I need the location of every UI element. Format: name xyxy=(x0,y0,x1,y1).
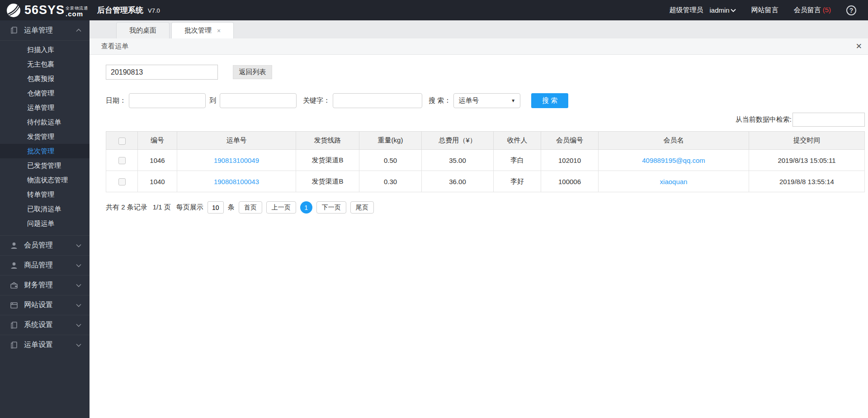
col-header-route: 发货线路 xyxy=(296,132,359,150)
site-messages-link[interactable]: 网站留言 xyxy=(751,6,778,14)
select-all-checkbox[interactable] xyxy=(118,138,126,145)
sidebar-item-pending-payment[interactable]: 待付款运单 xyxy=(0,115,90,129)
sidebar-submenu: 扫描入库 无主包裹 包裹预报 仓储管理 运单管理 待付款运单 发货管理 批次管理… xyxy=(0,40,90,235)
chevron-down-icon xyxy=(76,343,81,347)
sidebar-item-problem-waybills[interactable]: 问题运单 xyxy=(0,216,90,231)
table-header-row: 编号 运单号 发货线路 重量(kg) 总费用（¥） 收件人 会员编号 会员名 提… xyxy=(106,132,865,150)
sidebar-group-label: 财务管理 xyxy=(24,280,53,290)
per-page-input[interactable] xyxy=(208,201,224,214)
search-type-value: 运单号 xyxy=(458,96,479,105)
tab-batch-management[interactable]: 批次管理 × xyxy=(171,22,234,38)
waybill-link[interactable]: 190808100043 xyxy=(214,178,259,185)
sidebar-item-unclaimed-parcels[interactable]: 无主包裹 xyxy=(0,57,90,71)
panel-close-icon[interactable]: ✕ xyxy=(856,42,862,51)
tab-my-desktop[interactable]: 我的桌面 xyxy=(116,22,170,38)
sidebar-group-waybill-settings[interactable]: 运单设置 xyxy=(0,335,90,355)
next-page-button[interactable]: 下一页 xyxy=(316,201,346,214)
chevron-down-icon xyxy=(76,284,81,287)
cell-total-fee: 35.00 xyxy=(422,150,494,171)
per-page-unit: 条 xyxy=(228,203,235,212)
sidebar-group-member-management[interactable]: 会员管理 xyxy=(0,235,90,255)
person-icon xyxy=(10,261,18,270)
sidebar-item-warehouse-management[interactable]: 仓储管理 xyxy=(0,86,90,100)
member-messages-label: 会员留言 xyxy=(794,6,821,14)
sidebar-group-website-settings[interactable]: 网站设置 xyxy=(0,295,90,315)
table-row: 1040 190808100043 发货渠道B 0.30 36.00 李好 10… xyxy=(106,171,865,192)
sidebar-item-shipped-management[interactable]: 已发货管理 xyxy=(0,158,90,173)
local-search-label: 从当前数据中检索: xyxy=(736,115,792,124)
search-type-select[interactable]: 运单号 ▼ xyxy=(453,93,520,108)
page-count-text: 1/1 页 xyxy=(153,203,171,212)
member-name-link[interactable]: 409889195@qq.com xyxy=(642,157,705,164)
document-icon xyxy=(10,321,18,329)
cell-submit-time: 2019/8/13 15:05:11 xyxy=(749,150,865,171)
col-header-total-fee: 总费用（¥） xyxy=(422,132,494,150)
sidebar-item-cancelled-waybills[interactable]: 已取消运单 xyxy=(0,202,90,216)
date-from-input[interactable] xyxy=(129,93,206,108)
col-header-submit-time: 提交时间 xyxy=(749,132,865,150)
keyword-label: 关键字： xyxy=(303,96,330,105)
logo: 56SYS 全景物流通 .com xyxy=(6,3,88,18)
sidebar-item-shipping-management[interactable]: 发货管理 xyxy=(0,129,90,144)
date-to-label: 到 xyxy=(209,96,216,105)
sidebar-group-system-settings[interactable]: 系统设置 xyxy=(0,315,90,335)
pagination: 共有 2 条记录 1/1 页 每页展示 条 首页 上一页 1 下一页 尾页 xyxy=(106,201,865,214)
sidebar-item-logistics-status[interactable]: 物流状态管理 xyxy=(0,173,90,187)
row-checkbox[interactable] xyxy=(118,157,126,164)
chevron-down-icon xyxy=(731,9,736,12)
cell-weight: 0.30 xyxy=(359,171,422,192)
batch-number-input[interactable] xyxy=(106,65,218,80)
cell-submit-time: 2019/8/8 13:55:14 xyxy=(749,171,865,192)
current-page-button[interactable]: 1 xyxy=(300,201,312,214)
username: iadmin xyxy=(709,6,729,14)
member-messages-count: (5) xyxy=(823,6,831,14)
cell-route: 发货渠道B xyxy=(296,171,359,192)
user-menu[interactable]: 超级管理员 iadmin xyxy=(669,6,736,14)
first-page-button[interactable]: 首页 xyxy=(239,201,262,214)
cell-recipient: 李白 xyxy=(494,150,541,171)
cell-member-no: 100006 xyxy=(541,171,599,192)
sidebar-group-product-management[interactable]: 商品管理 xyxy=(0,255,90,275)
sidebar-group-label: 运单管理 xyxy=(24,26,53,35)
back-to-list-button[interactable]: 返回列表 xyxy=(233,65,272,79)
chevron-up-icon xyxy=(76,28,81,32)
col-header-recipient: 收件人 xyxy=(494,132,541,150)
search-button[interactable]: 搜 索 xyxy=(531,93,568,108)
local-search-input[interactable] xyxy=(793,113,865,127)
total-records-text: 共有 2 条记录 xyxy=(106,203,147,212)
sidebar-item-scan-inbound[interactable]: 扫描入库 xyxy=(0,43,90,57)
tab-bar: 我的桌面 批次管理 × xyxy=(90,20,868,38)
tab-close-icon[interactable]: × xyxy=(217,27,221,34)
last-page-button[interactable]: 尾页 xyxy=(350,201,374,214)
chevron-down-icon xyxy=(76,264,81,267)
keyword-input[interactable] xyxy=(333,93,422,108)
date-to-input[interactable] xyxy=(220,93,297,108)
prev-page-button[interactable]: 上一页 xyxy=(266,201,296,214)
sidebar-item-batch-management[interactable]: 批次管理 xyxy=(0,144,90,158)
select-arrow-icon: ▼ xyxy=(511,98,515,103)
cell-recipient: 李好 xyxy=(494,171,541,192)
member-messages-link[interactable]: 会员留言(5) xyxy=(794,6,831,14)
waybill-link[interactable]: 190813100049 xyxy=(214,157,259,164)
logo-domain: .com xyxy=(66,10,88,17)
chevron-down-icon xyxy=(76,323,81,327)
sidebar-group-label: 网站设置 xyxy=(24,300,53,310)
tab-label: 批次管理 xyxy=(184,26,212,35)
row-checkbox[interactable] xyxy=(118,178,126,185)
sidebar-group-finance-management[interactable]: 财务管理 xyxy=(0,275,90,295)
user-role: 超级管理员 xyxy=(669,6,703,14)
col-header-member-no: 会员编号 xyxy=(541,132,599,150)
app-version: V7.0 xyxy=(148,7,160,14)
table-row: 1046 190813100049 发货渠道B 0.50 35.00 李白 10… xyxy=(106,150,865,171)
member-name-link[interactable]: xiaoquan xyxy=(660,178,688,185)
date-label: 日期： xyxy=(106,96,126,105)
chevron-down-icon xyxy=(76,244,81,247)
sidebar-item-transfer-management[interactable]: 转单管理 xyxy=(0,187,90,202)
sidebar-group-label: 运单设置 xyxy=(24,340,53,350)
sidebar-group-waybill-management[interactable]: 运单管理 xyxy=(0,20,90,40)
cell-member-no: 102010 xyxy=(541,150,599,171)
sidebar-item-waybill-management[interactable]: 运单管理 xyxy=(0,100,90,115)
app-title: 后台管理系统 xyxy=(97,5,143,15)
sidebar-item-parcel-forecast[interactable]: 包裹预报 xyxy=(0,71,90,86)
help-icon[interactable]: ? xyxy=(846,5,856,15)
